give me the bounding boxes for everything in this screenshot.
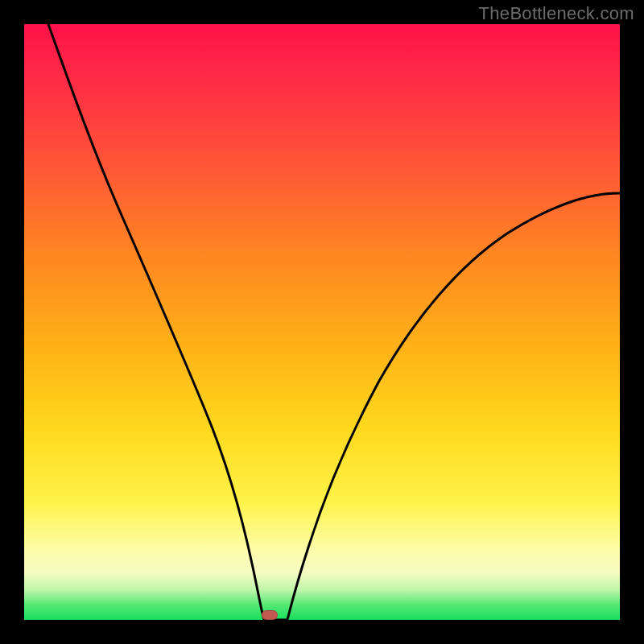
watermark-label: TheBottleneck.com bbox=[479, 3, 634, 24]
optimal-marker bbox=[262, 610, 278, 620]
chart-container: TheBottleneck.com bbox=[0, 0, 644, 644]
plot-area bbox=[24, 24, 620, 620]
bottleneck-curve-path bbox=[48, 24, 620, 620]
curve-layer bbox=[24, 24, 620, 620]
